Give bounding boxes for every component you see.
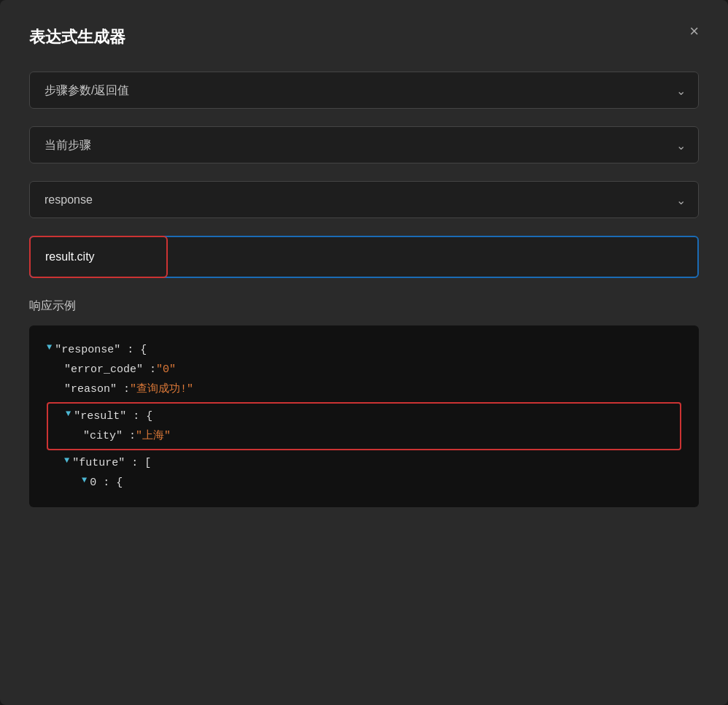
json-viewer: ▼ "response" : { "error_code" : "0" "rea… [29,325,699,507]
json-reason-key: "reason" [64,380,117,399]
json-response-key: "response" [55,340,120,360]
current-step-dropdown[interactable]: 当前步骤 [29,126,699,163]
json-colon-5: : [123,426,136,446]
result-highlight-box: ▼ "result" : { "city" : "上海" [47,402,681,450]
json-city-val: "上海" [136,426,171,446]
arrow-icon-future: ▼ [64,453,69,469]
expression-generator-dialog: 表达式生成器 × 步骤参数/返回值 ⌄ 当前步骤 ⌄ response ⌄ 响应… [0,0,728,705]
json-line-city: "city" : "上海" [48,426,680,446]
response-section-label: 响应示例 [29,298,699,314]
json-colon-1: : { [120,340,147,360]
response-dropdown[interactable]: response [29,181,699,218]
json-colon-7: : { [96,473,123,493]
json-colon-4: : { [126,407,152,426]
response-dropdown-wrapper: response ⌄ [29,181,699,218]
arrow-icon-result: ▼ [66,407,71,423]
json-line-response: ▼ "response" : { [47,340,681,360]
json-colon-6: : [ [125,453,151,473]
json-line-result: ▼ "result" : { [48,407,680,426]
json-reason-val: "查询成功!" [130,380,193,399]
dialog-title: 表达式生成器 [29,26,699,48]
json-colon-2: : [143,360,156,380]
json-line-future: ▼ "future" : [ [47,453,681,473]
arrow-icon-index: ▼ [82,473,87,489]
json-result-key: "result" [74,407,126,426]
json-line-reason: "reason" : "查询成功!" [47,380,681,399]
json-index-key: 0 [90,473,96,493]
step-params-dropdown[interactable]: 步骤参数/返回值 [29,72,699,109]
json-future-key: "future" [72,453,125,473]
step-params-dropdown-wrapper: 步骤参数/返回值 ⌄ [29,72,699,109]
json-city-key: "city" [83,426,123,446]
current-step-dropdown-wrapper: 当前步骤 ⌄ [29,126,699,163]
arrow-icon-response: ▼ [47,340,52,356]
expression-input[interactable] [29,236,699,278]
json-error-code-val: "0" [156,360,176,380]
close-button[interactable]: × [686,20,702,42]
json-line-error-code: "error_code" : "0" [47,360,681,380]
json-error-code-key: "error_code" [64,360,143,380]
json-colon-3: : [117,380,130,399]
expression-input-wrapper [29,236,699,278]
json-line-index: ▼ 0 : { [47,473,681,493]
